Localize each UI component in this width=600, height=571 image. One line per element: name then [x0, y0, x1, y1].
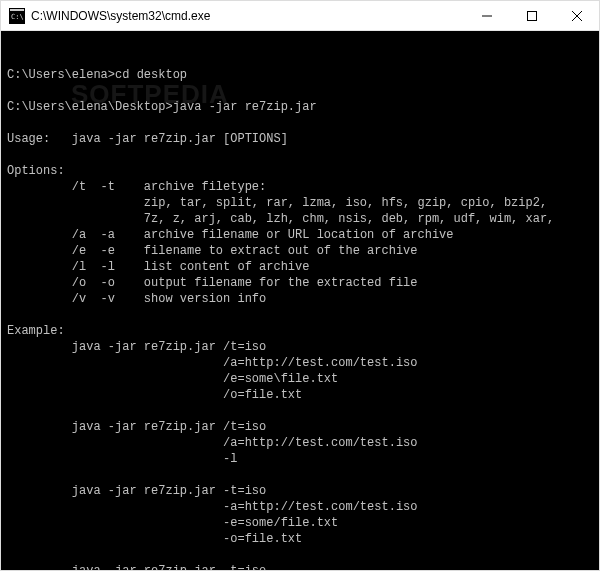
terminal-line: zip, tar, split, rar, lzma, iso, hfs, gz…: [7, 196, 547, 210]
terminal-line: java -jar re7zip.jar /t=iso: [7, 420, 266, 434]
terminal-line: -a=http://test.com/test.iso: [7, 500, 417, 514]
terminal-line: /t -t archive filetype:: [7, 180, 266, 194]
terminal-line: -l: [7, 452, 237, 466]
terminal-line: /o=file.txt: [7, 388, 302, 402]
terminal-line: /a=http://test.com/test.iso: [7, 356, 417, 370]
terminal-line: -o=file.txt: [7, 532, 302, 546]
terminal-line: /a -a archive filename or URL location o…: [7, 228, 454, 242]
close-button[interactable]: [554, 1, 599, 30]
terminal-line: /a=http://test.com/test.iso: [7, 436, 417, 450]
terminal-line: /e=some\file.txt: [7, 372, 338, 386]
minimize-button[interactable]: [464, 1, 509, 30]
terminal-line: /v -v show version info: [7, 292, 266, 306]
svg-text:C:\: C:\: [11, 13, 24, 21]
window-title: C:\WINDOWS\system32\cmd.exe: [31, 9, 464, 23]
terminal-line: Example:: [7, 324, 65, 338]
terminal-line: Options:: [7, 164, 65, 178]
titlebar[interactable]: C:\ C:\WINDOWS\system32\cmd.exe: [1, 1, 599, 31]
maximize-button[interactable]: [509, 1, 554, 30]
terminal-line: C:\Users\elena\Desktop>java -jar re7zip.…: [7, 100, 317, 114]
terminal-line: Usage: java -jar re7zip.jar [OPTIONS]: [7, 132, 288, 146]
svg-rect-4: [527, 11, 536, 20]
cmd-icon: C:\: [9, 8, 25, 24]
terminal-line: java -jar re7zip.jar /t=iso: [7, 340, 266, 354]
terminal-line: C:\Users\elena>cd desktop: [7, 68, 187, 82]
terminal-line: 7z, z, arj, cab, lzh, chm, nsis, deb, rp…: [7, 212, 554, 226]
terminal-line: /o -o output filename for the extracted …: [7, 276, 418, 290]
cmd-window: C:\ C:\WINDOWS\system32\cmd.exe SOFTPEDI…: [0, 0, 600, 571]
terminal-area[interactable]: SOFTPEDIA C:\Users\elena>cd desktop C:\U…: [1, 31, 599, 570]
terminal-line: java -jar re7zip.jar -t=iso: [7, 484, 266, 498]
terminal-line: /e -e filename to extract out of the arc…: [7, 244, 418, 258]
svg-rect-1: [10, 9, 24, 11]
terminal-line: /l -l list content of archive: [7, 260, 309, 274]
window-controls: [464, 1, 599, 30]
terminal-line: java -jar re7zip.jar -t=iso: [7, 564, 266, 570]
terminal-line: -e=some/file.txt: [7, 516, 338, 530]
